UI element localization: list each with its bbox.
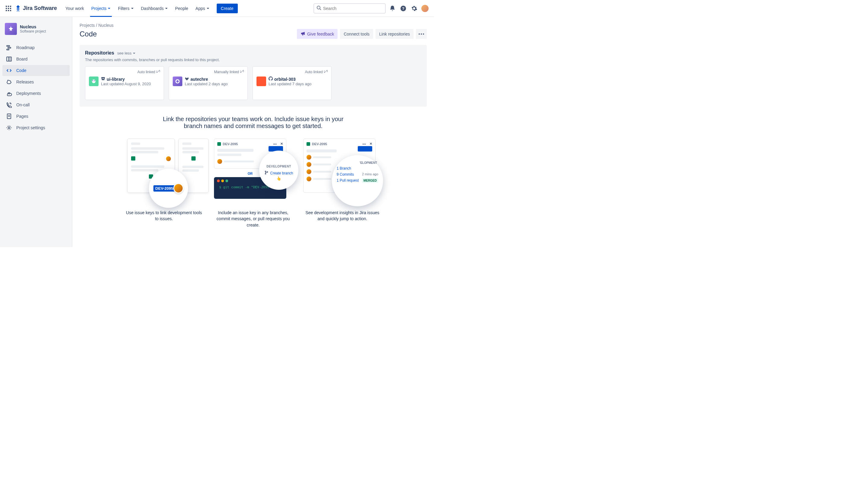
repo-card[interactable]: Auto linked ui-library Last updated Augu… (85, 66, 164, 100)
svg-point-9 (317, 6, 320, 9)
svg-rect-15 (7, 49, 9, 50)
project-icon (5, 23, 17, 35)
sidebar-oncall[interactable]: On-call (2, 99, 70, 110)
nav-apps[interactable]: Apps (193, 0, 212, 17)
sidebar-code[interactable]: Code (2, 65, 70, 76)
nav-filters[interactable]: Filters (115, 0, 136, 17)
svg-text:?: ? (402, 6, 404, 11)
sidebar-deployments[interactable]: Deployments (2, 88, 70, 99)
chevron-down-icon (131, 6, 134, 11)
sidebar-pages[interactable]: Pages (2, 111, 70, 122)
deployments-icon (5, 90, 13, 96)
svg-rect-8 (10, 10, 11, 11)
tile-illustration: DEV-2095•••✕ OR $ git commit -m "DEV-209… (214, 138, 292, 205)
pages-icon (5, 113, 13, 119)
notifications-icon[interactable] (388, 4, 397, 13)
chevron-down-icon (108, 6, 111, 11)
nav-projects[interactable]: Projects (89, 0, 113, 17)
tile-caption: See development insights in Jira issues … (303, 210, 382, 222)
explainer-tile-1: DEV-2095 Use issue keys to link developm… (125, 138, 203, 228)
sidebar-releases[interactable]: Releases (2, 77, 70, 87)
tile-illustration: DEV-2095 (125, 138, 203, 205)
search-icon (316, 5, 321, 11)
jira-logo[interactable]: Jira Software (15, 5, 57, 12)
more-actions-button[interactable] (416, 29, 427, 39)
svg-rect-16 (7, 57, 12, 61)
sidebar-board[interactable]: Board (2, 54, 70, 64)
roadmap-icon (5, 44, 13, 51)
svg-rect-13 (7, 45, 10, 46)
explainer-tile-3: DEV-2095•••✕ 'ELOPMENT 1 Branch 9 Commit… (303, 138, 382, 228)
sidebar-project-settings[interactable]: Project settings (2, 122, 70, 133)
repo-avatar (173, 77, 182, 86)
sidebar: Nucleus Software project Roadmap Board C… (0, 17, 72, 247)
svg-point-30 (265, 173, 266, 174)
sidebar-roadmap[interactable]: Roadmap (2, 42, 70, 53)
link-icon (240, 70, 244, 74)
jira-logo-icon (15, 5, 22, 12)
explainer: Link the repositories your teams work on… (79, 116, 427, 228)
repositories-subtitle: The repositories with commits, branches … (85, 58, 421, 62)
page-title: Code (79, 30, 97, 38)
releases-icon (5, 79, 13, 85)
repo-card[interactable]: Auto linked orbital-303 Last updated 7 d… (253, 66, 332, 100)
svg-rect-1 (8, 6, 9, 7)
svg-rect-2 (10, 6, 11, 7)
see-less-toggle[interactable]: see less (117, 51, 136, 55)
breadcrumb-project[interactable]: Nucleus (98, 23, 114, 28)
link-icon (156, 70, 160, 74)
avatar-icon (173, 183, 184, 193)
main-content: Projects / Nucleus Code Give feedback Co… (72, 17, 434, 247)
svg-point-23 (419, 34, 420, 35)
repositories-title: Repositories (85, 50, 114, 56)
svg-rect-14 (8, 47, 11, 48)
tile-illustration: DEV-2095•••✕ 'ELOPMENT 1 Branch 9 Commit… (303, 138, 382, 205)
svg-rect-6 (6, 10, 7, 11)
give-feedback-button[interactable]: Give feedback (297, 29, 338, 39)
github-icon (269, 77, 273, 82)
connect-tools-button[interactable]: Connect tools (340, 29, 373, 39)
svg-point-25 (423, 34, 424, 35)
search-input[interactable] (323, 6, 383, 11)
explainer-title: Link the repositories your teams work on… (157, 116, 350, 130)
settings-icon[interactable] (409, 4, 419, 13)
create-branch-link: Create branch (264, 170, 293, 176)
cursor-icon: 👆 (276, 176, 281, 181)
svg-point-28 (94, 80, 95, 81)
code-icon (5, 68, 13, 74)
svg-point-24 (421, 34, 422, 35)
branch-icon (264, 170, 269, 176)
svg-rect-5 (10, 8, 11, 9)
gear-icon (5, 125, 13, 131)
nav-items: Your work Projects Filters Dashboards Pe… (62, 0, 238, 17)
repo-card[interactable]: Manually linked autechre Last updated 2 … (169, 66, 248, 100)
repo-avatar (89, 77, 98, 86)
explainer-tile-2: DEV-2095•••✕ OR $ git commit -m "DEV-209… (214, 138, 292, 228)
board-icon (5, 56, 13, 62)
repo-avatar (257, 77, 266, 86)
search-field[interactable] (313, 3, 386, 14)
svg-rect-4 (8, 8, 9, 9)
tile-caption: Include an issue key in any branches, co… (214, 210, 292, 228)
development-label: DEVELOPMENT (266, 165, 291, 168)
link-repositories-button[interactable]: Link repositories (375, 29, 413, 39)
nav-your-work[interactable]: Your work (63, 0, 87, 17)
svg-rect-7 (8, 10, 9, 11)
user-avatar[interactable] (420, 4, 430, 13)
app-switcher-icon[interactable] (4, 4, 13, 13)
breadcrumb-root[interactable]: Projects (79, 23, 95, 28)
top-nav: Jira Software Your work Projects Filters… (0, 0, 434, 17)
svg-line-10 (320, 9, 321, 10)
sidebar-nav: Roadmap Board Code Releases Deployments … (2, 42, 70, 133)
development-label: 'ELOPMENT (335, 161, 380, 165)
help-icon[interactable]: ? (399, 4, 408, 13)
project-header[interactable]: Nucleus Software project (2, 23, 70, 39)
nav-dashboards[interactable]: Dashboards (138, 0, 171, 17)
create-button[interactable]: Create (217, 4, 238, 13)
tile-caption: Use issue keys to link development tools… (125, 210, 203, 222)
nav-people[interactable]: People (173, 0, 191, 17)
megaphone-icon (300, 31, 305, 37)
svg-point-22 (8, 127, 10, 129)
chevron-down-icon (206, 6, 209, 11)
gitlab-icon (185, 77, 189, 82)
